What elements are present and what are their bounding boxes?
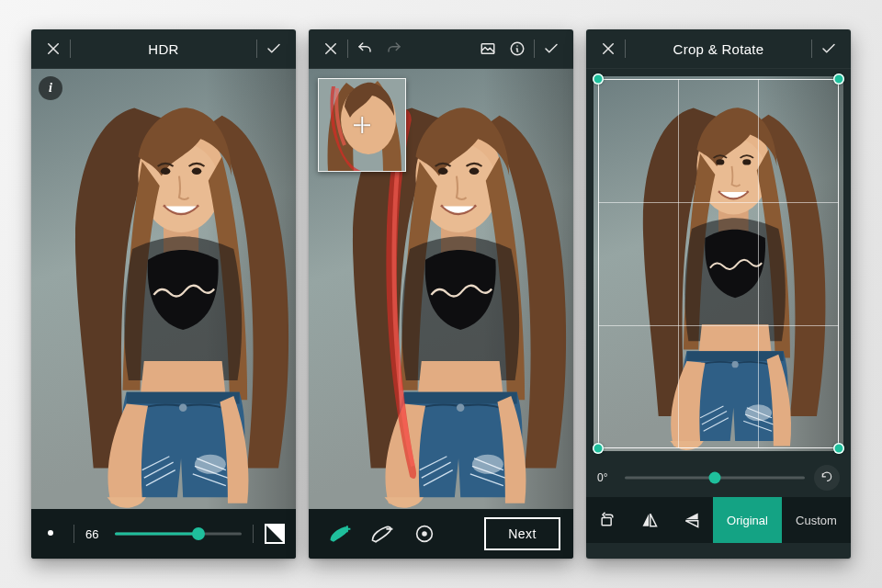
brush-size-tool[interactable] [406,517,443,550]
svg-point-15 [48,530,53,536]
info-icon[interactable]: i [39,76,62,100]
crop-image-stage[interactable] [594,76,843,451]
angle-value: 0° [597,471,616,484]
info-icon[interactable] [503,34,532,63]
brush-image-stage[interactable] [309,69,573,509]
brush-screen: Next [309,29,573,559]
brightness-slider[interactable] [115,523,242,545]
divider [347,40,348,58]
page-title: HDR [73,41,254,57]
photo [31,69,296,509]
crop-topbar: Crop & Rotate [586,29,851,69]
invert-icon[interactable] [265,524,285,544]
hdr-topbar: HDR [31,29,296,69]
brightness-icon [42,525,62,544]
flip-horizontal-button[interactable] [628,511,671,529]
angle-slider[interactable] [625,467,805,489]
divider [253,525,254,543]
close-icon[interactable] [39,34,68,63]
divider [70,40,71,58]
crop-frame[interactable] [598,79,839,448]
redo-icon[interactable] [379,34,409,63]
divider [534,40,535,58]
close-icon[interactable] [594,34,623,63]
divider [256,40,257,58]
brush-bottom-bar: Next [309,509,573,559]
crop-screen: Crop & Rotate 0° [586,29,851,559]
tab-original[interactable]: Original [713,497,782,543]
brush-remove-tool[interactable] [364,517,401,550]
rotate-90-button[interactable] [586,511,628,529]
undo-icon[interactable] [350,34,379,63]
next-button[interactable]: Next [484,517,560,550]
crop-handle-tl[interactable] [593,74,604,85]
compare-image-icon[interactable] [473,34,503,63]
divider [811,40,812,58]
crop-handle-bl[interactable] [593,443,604,454]
crop-handle-tr[interactable] [833,74,844,85]
brush-add-tool[interactable] [322,517,358,550]
svg-rect-23 [602,518,611,526]
svg-point-22 [422,531,427,537]
hdr-bottom-bar: 66 [31,509,296,559]
confirm-icon[interactable] [814,34,843,63]
crop-handle-br[interactable] [833,443,844,454]
hdr-image-stage[interactable]: i [31,69,296,509]
divider [74,525,74,543]
crop-toolbar: Original Custom [586,497,851,543]
reset-angle-button[interactable] [814,465,840,491]
magnifier-preview[interactable] [318,78,406,172]
confirm-icon[interactable] [537,34,566,63]
divider [625,40,626,58]
rotate-angle-row: 0° [586,458,851,497]
page-title: Crop & Rotate [628,41,809,57]
confirm-icon[interactable] [259,34,288,63]
brightness-value: 66 [85,527,106,541]
flip-vertical-button[interactable] [671,511,713,529]
brush-topbar [309,29,573,69]
hdr-screen: HDR i 66 [31,29,296,559]
close-icon[interactable] [316,34,345,63]
tab-custom[interactable]: Custom [782,497,851,543]
